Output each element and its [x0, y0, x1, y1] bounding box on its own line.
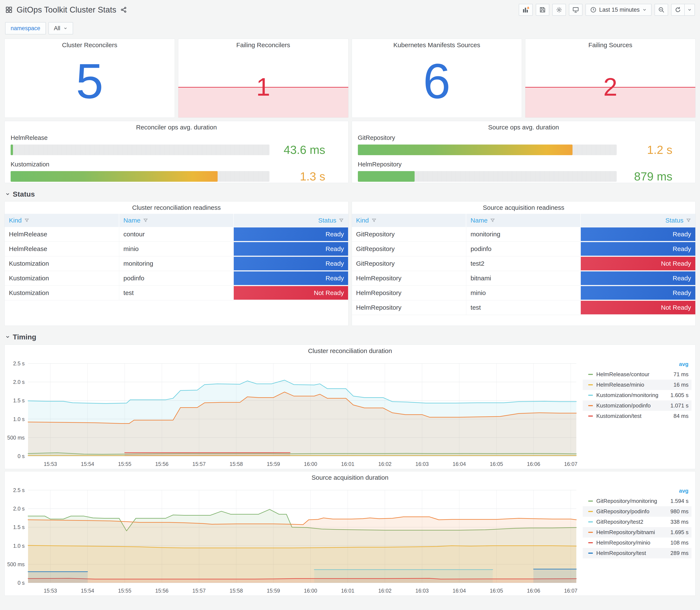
gauge-fill — [358, 145, 573, 155]
legend-item[interactable]: HelmRelease/minio 16 ms — [583, 380, 691, 390]
column-header-kind[interactable]: Kind — [5, 214, 119, 227]
filter-icon[interactable] — [24, 218, 29, 223]
cell-kind: Kustomization — [5, 271, 119, 286]
legend-avg-header[interactable]: avg — [583, 486, 691, 496]
dashboard-settings-button[interactable] — [552, 4, 566, 16]
cell-name: test2 — [466, 256, 581, 271]
series-name[interactable]: HelmRelease/minio — [596, 382, 673, 388]
series-name[interactable]: GitRepository/test2 — [596, 519, 670, 525]
legend-item[interactable]: HelmRepository/minio 108 ms — [583, 537, 691, 548]
legend-item[interactable]: GitRepository/monitoring 1.594 s — [583, 496, 691, 506]
legend-item[interactable]: GitRepository/podinfo 980 ms — [583, 506, 691, 517]
variable-value-dropdown[interactable]: All — [48, 22, 73, 34]
row-toggle-timing[interactable]: Timing — [5, 331, 695, 342]
panel-title[interactable]: Kubernetes Manifests Sources — [352, 42, 522, 49]
variable-selected-value: All — [54, 25, 60, 32]
cycle-view-mode-button[interactable] — [569, 4, 583, 16]
legend-item[interactable]: HelmRelease/contour 71 ms — [583, 369, 691, 380]
panel-title[interactable]: Source ops avg. duration — [352, 124, 696, 131]
series-name[interactable]: Kustomization/monitoring — [596, 392, 670, 399]
cell-name: monitoring — [466, 227, 581, 241]
column-header-name[interactable]: Name — [119, 214, 234, 227]
series-color-swatch — [588, 395, 593, 396]
svg-text:0 s: 0 s — [18, 453, 25, 459]
legend-item[interactable]: Kustomization/monitoring 1.605 s — [583, 390, 691, 400]
time-series-plot[interactable]: 15:5315:5415:5515:5615:5715:5815:5916:00… — [5, 345, 581, 469]
column-header-status[interactable]: Status — [234, 214, 348, 227]
svg-text:16:06: 16:06 — [527, 588, 540, 594]
filter-icon[interactable] — [372, 218, 377, 223]
panel-title[interactable]: Source acquisition readiness — [352, 204, 696, 211]
column-header-status[interactable]: Status — [581, 214, 695, 227]
column-header-name[interactable]: Name — [466, 214, 581, 227]
gauge-label: HelmRepository — [358, 161, 689, 168]
filter-icon[interactable] — [339, 218, 344, 223]
refresh-button[interactable] — [671, 4, 685, 16]
legend-item[interactable]: GitRepository/test2 338 ms — [583, 517, 691, 527]
share-icon[interactable] — [120, 6, 127, 13]
legend: avg GitRepository/monitoring 1.594 s Git… — [583, 486, 691, 558]
series-name[interactable]: HelmRepository/bitnami — [596, 529, 670, 535]
svg-text:15:55: 15:55 — [118, 588, 131, 594]
table-body: GitRepository monitoring Ready GitReposi… — [352, 227, 696, 315]
filter-icon[interactable] — [143, 218, 148, 223]
panel-title[interactable]: Failing Sources — [525, 42, 695, 49]
row-toggle-status[interactable]: Status — [5, 189, 695, 199]
legend-item[interactable]: Kustomization/test 84 ms — [583, 411, 691, 421]
svg-text:16:04: 16:04 — [453, 588, 466, 594]
series-name[interactable]: HelmRelease/contour — [596, 371, 673, 378]
filter-icon[interactable] — [686, 218, 691, 223]
table-header: Kind Name Status — [352, 214, 696, 227]
table-body: HelmRelease contour Ready HelmRelease mi… — [5, 227, 348, 300]
panel-title[interactable]: Source acquisition duration — [5, 474, 695, 481]
zoom-out-button[interactable] — [654, 4, 668, 16]
column-header-kind[interactable]: Kind — [352, 214, 467, 227]
svg-text:2.0 s: 2.0 s — [13, 379, 25, 385]
legend-item[interactable]: HelmRepository/bitnami 1.695 s — [583, 527, 691, 537]
stat-value: 5 — [5, 57, 175, 106]
series-name[interactable]: HelmRepository/test — [596, 550, 670, 557]
panel-source-acquisition-duration: Source acquisition duration 15:5315:5415… — [4, 471, 696, 596]
panel-title[interactable]: Failing Reconcilers — [178, 42, 348, 49]
gauge-label: Kustomization — [11, 161, 342, 168]
series-avg-value: 338 ms — [670, 519, 688, 525]
series-name[interactable]: Kustomization/podinfo — [596, 402, 670, 409]
series-name[interactable]: GitRepository/podinfo — [596, 508, 670, 515]
svg-text:15:58: 15:58 — [229, 588, 243, 594]
dashboard-grid-icon[interactable] — [5, 6, 13, 14]
cell-kind: Kustomization — [5, 256, 119, 271]
panel-title[interactable]: Reconciler ops avg. duration — [5, 124, 348, 131]
legend-avg-header[interactable]: avg — [583, 359, 691, 369]
add-panel-button[interactable] — [519, 4, 533, 16]
filter-icon[interactable] — [490, 218, 495, 223]
svg-text:0 s: 0 s — [18, 580, 25, 586]
svg-text:15:59: 15:59 — [267, 588, 280, 594]
time-range-picker[interactable]: Last 15 minutes — [585, 4, 652, 16]
svg-text:16:02: 16:02 — [378, 588, 392, 594]
series-avg-value: 16 ms — [673, 382, 688, 388]
panel-cluster-reconcilers: Cluster Reconcilers 5 — [4, 39, 175, 118]
gauge-row: Reconciler ops avg. duration HelmRelease… — [4, 121, 696, 183]
cell-status: Ready — [581, 227, 695, 241]
time-series-plot[interactable]: 15:5315:5415:5515:5615:5715:5815:5916:00… — [5, 471, 581, 596]
stats-row: Cluster Reconcilers 5 Failing Reconciler… — [4, 39, 696, 118]
svg-text:15:56: 15:56 — [155, 588, 168, 594]
series-name[interactable]: GitRepository/monitoring — [596, 498, 670, 504]
panel-title[interactable]: Cluster reconciliation readiness — [5, 204, 348, 211]
panel-title[interactable]: Cluster Reconcilers — [5, 42, 175, 49]
series-name[interactable]: HelmRepository/minio — [596, 540, 670, 546]
table-row: Kustomization monitoring Ready — [5, 256, 348, 271]
legend-item[interactable]: Kustomization/podinfo 1.071 s — [583, 400, 691, 411]
refresh-interval-dropdown[interactable] — [685, 4, 695, 16]
table-row: GitRepository monitoring Ready — [352, 227, 696, 242]
gauge-list: HelmRelease 43.6 ms Kustomization — [11, 134, 342, 183]
legend-item[interactable]: HelmRepository/test 289 ms — [583, 548, 691, 558]
save-dashboard-button[interactable] — [536, 4, 549, 16]
panel-title[interactable]: Cluster reconciliation duration — [5, 347, 695, 354]
svg-text:1.5 s: 1.5 s — [13, 398, 25, 403]
series-avg-value: 289 ms — [670, 550, 688, 557]
status-badge: Ready — [581, 227, 695, 241]
cell-status: Ready — [234, 256, 348, 271]
panel-failing-reconcilers: Failing Reconcilers 1 — [178, 39, 348, 118]
series-name[interactable]: Kustomization/test — [596, 413, 673, 419]
